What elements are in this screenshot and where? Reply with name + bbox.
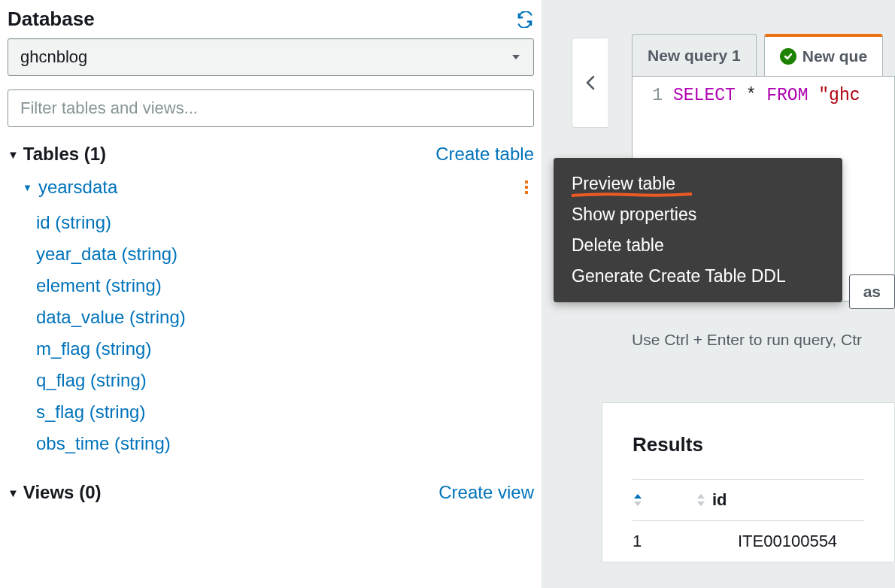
views-section-title: Views (0) — [23, 482, 102, 503]
menu-delete-table[interactable]: Delete table — [554, 230, 842, 261]
caret-down-icon: ▼ — [8, 486, 19, 499]
refresh-icon[interactable] — [516, 11, 534, 29]
menu-show-properties[interactable]: Show properties — [554, 199, 842, 230]
caret-down-icon: ▼ — [23, 182, 32, 193]
results-panel: Results id 1 ITE00100554 — [602, 402, 895, 562]
views-section-toggle[interactable]: ▼ Views (0) — [8, 482, 101, 503]
sort-icon — [696, 493, 706, 507]
svg-marker-3 — [697, 494, 705, 499]
database-select-value: ghcnblog — [20, 47, 87, 67]
sort-column-index[interactable] — [633, 490, 643, 510]
row-index: 1 — [633, 532, 663, 551]
sort-column-id[interactable]: id — [696, 490, 727, 510]
row-id-value: ITE00100554 — [738, 532, 837, 551]
menu-generate-ddl[interactable]: Generate Create Table DDL — [554, 261, 842, 292]
sql-code: SELECT * FROM "ghc — [673, 86, 860, 105]
tab-new-query-1[interactable]: New query 1 — [632, 34, 757, 76]
check-circle-icon — [780, 48, 796, 65]
svg-marker-2 — [634, 502, 642, 506]
line-number: 1 — [633, 86, 673, 105]
results-row[interactable]: 1 ITE00100554 — [633, 521, 864, 562]
create-view-link[interactable]: Create view — [438, 482, 534, 503]
database-select[interactable]: ghcnblog — [8, 38, 534, 76]
tab-label: New query 1 — [648, 47, 741, 65]
tab-label: New que — [802, 47, 867, 65]
tab-new-query-active[interactable]: New que — [764, 34, 883, 76]
sort-icon — [633, 493, 643, 507]
create-table-link[interactable]: Create table — [435, 144, 534, 165]
column-item[interactable]: obs_time (string) — [36, 428, 534, 459]
annotation-underline — [572, 192, 692, 197]
column-item[interactable]: element (string) — [36, 270, 534, 302]
svg-marker-1 — [634, 494, 642, 499]
tables-section-toggle[interactable]: ▼ Tables (1) — [8, 144, 106, 165]
dropdown-caret-icon — [511, 51, 521, 63]
column-item[interactable]: m_flag (string) — [36, 333, 534, 365]
column-item[interactable]: data_value (string) — [36, 302, 534, 333]
results-header-row: id — [633, 479, 864, 521]
column-item[interactable]: id (string) — [36, 207, 534, 238]
results-title: Results — [633, 433, 864, 456]
tables-section-title: Tables (1) — [23, 144, 106, 165]
column-item[interactable]: s_flag (string) — [36, 396, 534, 428]
column-item[interactable]: year_data (string) — [36, 238, 534, 270]
column-item[interactable]: q_flag (string) — [36, 365, 534, 396]
database-sidebar: Database ghcnblog ▼ Tables (1) Create ta… — [0, 0, 542, 588]
query-hint-text: Use Ctrl + Enter to run query, Ctr — [632, 331, 862, 349]
table-yearsdata-toggle[interactable]: ▼ yearsdata — [23, 177, 117, 198]
table-options-kebab-icon[interactable] — [519, 178, 534, 196]
svg-marker-0 — [512, 55, 520, 59]
database-heading: Database — [8, 8, 95, 31]
query-tabs: New query 1 New que — [602, 0, 895, 76]
svg-marker-4 — [697, 502, 705, 506]
filter-tables-input[interactable] — [8, 89, 534, 127]
table-name: yearsdata — [38, 177, 117, 198]
save-as-button[interactable]: as — [849, 274, 895, 309]
caret-down-icon: ▼ — [8, 148, 19, 161]
column-header-id: id — [712, 490, 727, 510]
table-context-menu: Preview table Show properties Delete tab… — [554, 158, 842, 302]
columns-list: id (string) year_data (string) element (… — [8, 207, 534, 459]
